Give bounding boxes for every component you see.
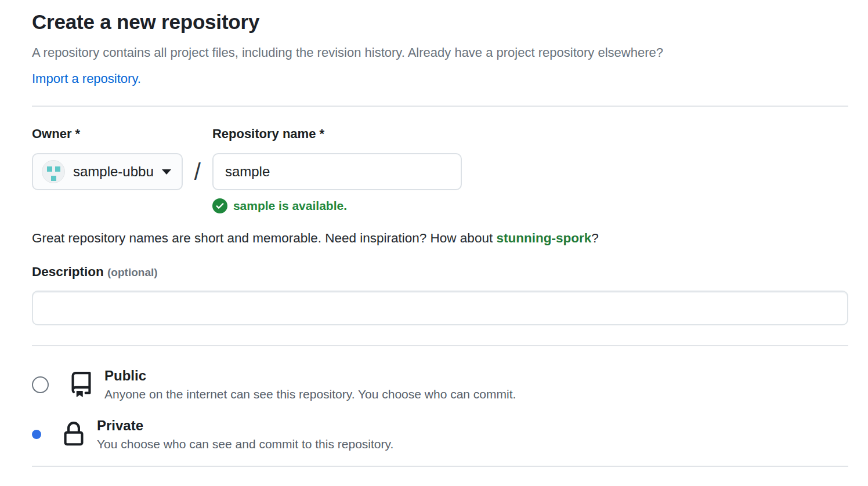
repo-book-icon [68, 372, 94, 397]
description-optional-hint: (optional) [107, 266, 158, 278]
visibility-option-public[interactable]: Public Anyone on the internet can see th… [32, 367, 848, 402]
middle-divider [32, 345, 848, 346]
private-radio[interactable] [32, 430, 41, 439]
visibility-section: Public Anyone on the internet can see th… [32, 367, 848, 452]
bottom-divider [32, 466, 848, 467]
public-option-description: Anyone on the internet can see this repo… [104, 387, 516, 402]
repo-name-label: Repository name * [212, 126, 462, 142]
suggestion-suffix: ? [591, 231, 599, 245]
private-option-description: You choose who can see and commit to thi… [97, 437, 393, 452]
check-circle-icon [212, 198, 227, 213]
availability-message: sample is available. [233, 199, 347, 213]
name-suggestion: Great repository names are short and mem… [32, 230, 848, 247]
private-option-title[interactable]: Private [97, 417, 393, 434]
public-radio[interactable] [32, 376, 49, 393]
owner-label: Owner * [32, 126, 183, 142]
create-repo-page: Create a new repository A repository con… [0, 0, 868, 467]
import-repository-link[interactable]: Import a repository. [32, 69, 141, 88]
suggestion-prefix: Great repository names are short and mem… [32, 231, 496, 245]
page-title: Create a new repository [32, 9, 848, 35]
visibility-option-private[interactable]: Private You choose who can see and commi… [32, 417, 848, 452]
public-option-title[interactable]: Public [104, 367, 516, 385]
owner-field: Owner * sample-ubbu [32, 126, 183, 190]
owner-repo-separator: / [194, 153, 201, 190]
chevron-down-icon [162, 169, 171, 175]
availability-status: sample is available. [212, 198, 462, 213]
page-subtitle: A repository contains all project files,… [32, 43, 848, 62]
suggested-name-link[interactable]: stunning-spork [496, 231, 591, 245]
description-input[interactable] [32, 291, 848, 325]
owner-avatar [42, 160, 65, 183]
description-label-text: Description [32, 264, 107, 279]
top-divider [32, 106, 848, 107]
repo-name-input[interactable] [212, 153, 462, 190]
repo-name-field: Repository name * sample is available. [212, 126, 462, 213]
public-option-text: Public Anyone on the internet can see th… [104, 367, 516, 402]
private-option-text: Private You choose who can see and commi… [97, 417, 393, 452]
description-label: Description (optional) [32, 264, 848, 280]
owner-name: sample-ubbu [73, 164, 154, 180]
owner-repo-row: Owner * sample-ubbu / Repository name * … [32, 126, 848, 213]
owner-dropdown[interactable]: sample-ubbu [32, 153, 183, 190]
lock-icon [61, 422, 86, 447]
